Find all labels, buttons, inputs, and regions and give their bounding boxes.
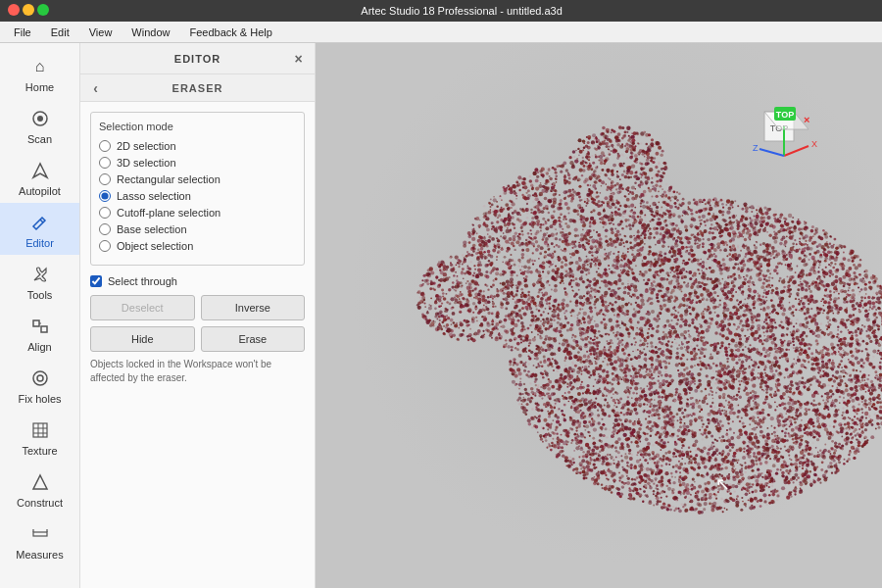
maximize-button[interactable] [37, 4, 49, 16]
svg-line-24 [760, 149, 784, 156]
sidebar-item-home[interactable]: ⌂ Home [0, 47, 79, 99]
radio-2d-input[interactable] [99, 140, 111, 152]
radio-object-selection[interactable]: Object selection [99, 240, 296, 252]
radio-rectangular-selection[interactable]: Rectangular selection [99, 173, 296, 185]
sidebar-label-texture: Texture [22, 445, 57, 457]
radio-2d-selection[interactable]: 2D selection [99, 140, 296, 152]
radio-lasso-input[interactable] [99, 190, 111, 202]
editor-panel: EDITOR × ‹ ERASER Selection mode 2D sele… [80, 43, 316, 588]
menu-file[interactable]: File [4, 22, 41, 43]
sidebar-label-construct: Construct [17, 497, 63, 509]
sidebar-item-editor[interactable]: Editor [0, 203, 79, 255]
titlebar: Artec Studio 18 Professional - untitled.… [0, 0, 882, 22]
svg-rect-16 [33, 532, 47, 536]
selection-mode-box: Selection mode 2D selection 3D selection… [90, 112, 305, 266]
viewport[interactable]: TOP X Z TOP × ↖ [316, 43, 882, 588]
radio-object-input[interactable] [99, 240, 111, 252]
select-through-label: Select through [108, 275, 177, 287]
titlebar-controls [8, 4, 49, 18]
svg-marker-15 [33, 475, 47, 489]
sidebar-label-tools: Tools [27, 289, 53, 301]
menu-view[interactable]: View [79, 22, 122, 43]
svg-text:×: × [804, 114, 809, 125]
eraser-note: Objects locked in the Workspace won't be… [90, 358, 305, 385]
measures-icon [28, 522, 52, 546]
hide-button[interactable]: Hide [90, 326, 195, 352]
minimize-button[interactable] [23, 4, 34, 16]
svg-line-21 [784, 146, 808, 156]
axis-widget: TOP X Z TOP × [745, 102, 823, 180]
radio-3d-input[interactable] [99, 157, 111, 169]
svg-line-3 [40, 220, 43, 222]
sidebar: ⌂ Home Scan Autopilot Editor Tools [0, 43, 80, 588]
inverse-button[interactable]: Inverse [201, 295, 306, 320]
radio-rectangular-input[interactable] [99, 173, 111, 185]
scan-icon [28, 107, 52, 130]
svg-point-8 [33, 371, 47, 385]
autopilot-icon [28, 159, 52, 182]
panel-subheader-title: ERASER [172, 82, 223, 94]
radio-lasso-label: Lasso selection [117, 190, 191, 202]
sidebar-label-editor: Editor [25, 237, 54, 249]
deselect-inverse-row: Deselect Inverse [90, 295, 305, 320]
align-icon [28, 315, 52, 338]
texture-icon [28, 418, 52, 442]
radio-lasso-selection[interactable]: Lasso selection [99, 190, 296, 202]
sidebar-label-home: Home [25, 81, 54, 93]
sidebar-item-tools[interactable]: Tools [0, 255, 79, 307]
select-through-input[interactable] [90, 275, 102, 287]
sidebar-label-align: Align [27, 341, 51, 353]
panel-header-title: EDITOR [174, 53, 220, 65]
radio-rectangular-label: Rectangular selection [117, 173, 220, 185]
radio-object-label: Object selection [117, 240, 193, 252]
sidebar-label-autopilot: Autopilot [19, 185, 61, 197]
svg-text:Z: Z [753, 143, 759, 153]
sidebar-item-fix-holes[interactable]: Fix holes [0, 359, 79, 411]
panel-subheader: ‹ ERASER [80, 74, 315, 102]
radio-3d-label: 3D selection [117, 157, 176, 169]
selection-mode-label: Selection mode [99, 121, 296, 132]
svg-point-9 [37, 375, 43, 381]
main-layout: ⌂ Home Scan Autopilot Editor Tools [0, 43, 882, 588]
tools-icon [28, 263, 52, 286]
sidebar-item-texture[interactable]: Texture [0, 411, 79, 463]
svg-point-1 [37, 116, 43, 122]
svg-rect-10 [33, 423, 47, 437]
close-button[interactable] [8, 4, 20, 16]
radio-3d-selection[interactable]: 3D selection [99, 157, 296, 169]
radio-cutoff-input[interactable] [99, 207, 111, 219]
panel-close-button[interactable]: × [291, 51, 307, 67]
menu-feedback[interactable]: Feedback & Help [179, 22, 281, 43]
fix-holes-icon [28, 367, 52, 390]
radio-cutoff-selection[interactable]: Cutoff-plane selection [99, 207, 296, 219]
svg-rect-5 [41, 326, 47, 332]
svg-marker-2 [33, 164, 47, 177]
radio-2d-label: 2D selection [117, 140, 176, 152]
sidebar-label-measures: Measures [16, 549, 63, 561]
radio-base-selection[interactable]: Base selection [99, 223, 296, 235]
svg-text:X: X [811, 139, 817, 149]
deselect-button[interactable]: Deselect [90, 295, 195, 320]
sidebar-item-autopilot[interactable]: Autopilot [0, 151, 79, 203]
svg-text:TOP: TOP [776, 110, 794, 120]
menu-window[interactable]: Window [122, 22, 179, 43]
svg-rect-4 [33, 320, 39, 326]
titlebar-title: Artec Studio 18 Professional - untitled.… [49, 5, 874, 17]
menu-edit[interactable]: Edit [41, 22, 79, 43]
erase-button[interactable]: Erase [201, 326, 306, 352]
sidebar-label-fix-holes: Fix holes [18, 393, 61, 405]
panel-header: EDITOR × [80, 43, 315, 74]
sidebar-item-align[interactable]: Align [0, 307, 79, 359]
radio-cutoff-label: Cutoff-plane selection [117, 207, 220, 219]
radio-base-input[interactable] [99, 223, 111, 235]
select-through-checkbox[interactable]: Select through [90, 275, 305, 287]
hide-erase-row: Hide Erase [90, 326, 305, 352]
menubar: File Edit View Window Feedback & Help [0, 22, 882, 43]
sidebar-item-construct[interactable]: Construct [0, 463, 79, 514]
sidebar-label-scan: Scan [27, 133, 52, 145]
sidebar-item-scan[interactable]: Scan [0, 99, 79, 151]
editor-icon [28, 211, 52, 234]
panel-back-button[interactable]: ‹ [88, 80, 104, 96]
sidebar-item-measures[interactable]: Measures [0, 514, 79, 566]
radio-base-label: Base selection [117, 223, 187, 235]
